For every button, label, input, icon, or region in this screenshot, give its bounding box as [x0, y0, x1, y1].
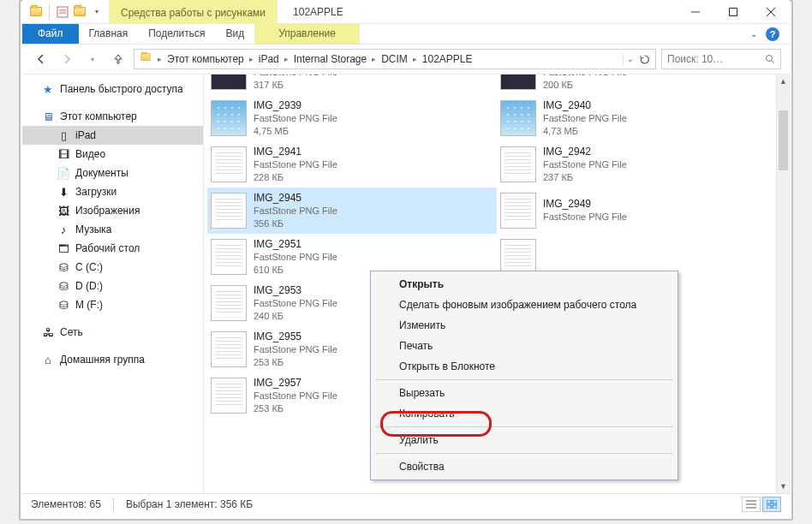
ctx-delete[interactable]: Удалить [373, 430, 675, 450]
svg-point-7 [767, 56, 773, 62]
svg-rect-13 [773, 500, 777, 503]
nav-forward-button[interactable] [57, 49, 77, 69]
nav-back-button[interactable] [31, 49, 51, 69]
qat-dropdown-icon[interactable]: ▾ [90, 5, 104, 19]
file-type: FastStone PNG File [254, 205, 337, 217]
svg-rect-14 [767, 505, 771, 509]
homegroup-icon: ⌂ [41, 353, 55, 366]
scroll-thumb[interactable] [779, 110, 788, 170]
nav-documents[interactable]: 📄Документы [22, 164, 203, 182]
video-icon: 🎞 [57, 147, 70, 161]
file-size: 317 КБ [254, 79, 337, 92]
nav-recent-dropdown[interactable]: ▾ [82, 49, 103, 69]
qat-properties-icon[interactable] [56, 5, 69, 19]
svg-rect-4 [730, 9, 737, 16]
nav-drive-m[interactable]: ⛁M (F:) [22, 295, 203, 314]
file-type: FastStone PNG File [543, 211, 627, 223]
minimize-button[interactable] [677, 0, 714, 24]
qat-new-folder-icon[interactable] [73, 5, 87, 19]
breadcrumb-item[interactable]: Internal Storage [290, 53, 371, 65]
status-bar: Элементов: 65 Выбран 1 элемент: 356 КБ [22, 493, 790, 514]
navigation-pane: ★Панель быстрого доступа 🖥Этот компьютер… [22, 74, 204, 493]
nav-downloads[interactable]: ⬇Загрузки [22, 182, 203, 201]
ctx-open-notepad[interactable]: Открыть в Блокноте [373, 356, 675, 377]
nav-video[interactable]: 🎞Видео [22, 145, 203, 164]
ctx-set-background[interactable]: Сделать фоновым изображением рабочего ст… [373, 295, 675, 315]
context-menu: Открыть Сделать фоновым изображением раб… [370, 271, 678, 480]
file-item[interactable]: IMG_2945 FastStone PNG File 356 КБ [207, 188, 497, 234]
file-item[interactable]: IMG_2941 FastStone PNG File 228 КБ [207, 141, 497, 188]
scroll-down-icon[interactable]: ▼ [777, 479, 790, 493]
svg-rect-0 [57, 7, 68, 17]
ctx-cut[interactable]: Вырезать [373, 383, 675, 403]
close-button[interactable] [752, 0, 790, 24]
tab-file[interactable]: Файл [22, 24, 79, 44]
contextual-tab-header: Средства работы с рисунками [109, 0, 278, 23]
maximize-button[interactable] [714, 0, 752, 24]
file-item[interactable]: IMG_2942 FastStone PNG File 237 КБ [497, 141, 786, 188]
nav-ipad[interactable]: ▯iPad [22, 126, 203, 145]
nav-music[interactable]: ♪Музыка [22, 220, 203, 239]
view-details-button[interactable] [742, 497, 761, 512]
tab-share[interactable]: Поделиться [138, 24, 215, 44]
nav-drive-c[interactable]: ⛁C (C:) [22, 258, 203, 277]
file-type: FastStone PNG File [254, 158, 337, 171]
drive-icon: ⛁ [57, 260, 70, 274]
ctx-properties[interactable]: Свойства [373, 456, 675, 477]
file-size: 240 КБ [254, 310, 337, 323]
breadcrumb-item[interactable]: iPad [254, 53, 284, 65]
breadcrumb-item[interactable]: 102APPLE [418, 53, 477, 65]
pc-icon: 🖥 [41, 110, 55, 123]
file-name: IMG_2957 [254, 377, 337, 390]
location-folder-icon [140, 52, 153, 66]
view-thumbnails-button[interactable] [762, 497, 781, 512]
search-input[interactable]: Поиск: 10… [661, 49, 781, 69]
star-icon: ★ [41, 82, 55, 96]
file-item[interactable]: IMG_2940 FastStone PNG File 4,73 МБ [497, 95, 786, 141]
address-dropdown-icon[interactable]: ⌄ [627, 55, 634, 63]
vertical-scrollbar[interactable]: ▲ ▼ [776, 74, 790, 493]
breadcrumb-item[interactable]: DCIM [377, 53, 412, 65]
nav-this-pc[interactable]: 🖥Этот компьютер [22, 107, 203, 126]
tab-view[interactable]: Вид [215, 24, 254, 44]
file-name: IMG_2942 [543, 146, 627, 158]
nav-pictures[interactable]: 🖼Изображения [22, 201, 203, 220]
ctx-edit[interactable]: Изменить [373, 315, 675, 336]
file-thumbnail [211, 378, 247, 414]
breadcrumb-item[interactable]: Этот компьютер [163, 53, 248, 65]
file-thumbnail [500, 146, 536, 182]
file-name: IMG_2941 [254, 146, 337, 158]
refresh-icon[interactable] [639, 54, 650, 65]
scroll-up-icon[interactable]: ▲ [777, 74, 790, 88]
ctx-copy[interactable]: Копировать [373, 403, 675, 424]
help-icon[interactable]: ? [766, 27, 779, 41]
file-item[interactable]: IMG_2937 FastStone PNG File 317 КБ [207, 74, 497, 95]
nav-network[interactable]: 🖧Сеть [22, 323, 203, 342]
address-bar[interactable]: ▸ Этот компьютер▸ iPad▸ Internal Storage… [134, 49, 656, 69]
file-thumbnail [211, 193, 247, 229]
nav-desktop[interactable]: 🗔Рабочий стол [22, 239, 203, 258]
nav-quick-access[interactable]: ★Панель быстрого доступа [22, 80, 203, 98]
svg-rect-15 [773, 505, 777, 509]
nav-drive-d[interactable]: ⛁D (D:) [22, 277, 203, 295]
tab-manage[interactable]: Управление [254, 24, 360, 44]
music-icon: ♪ [57, 223, 70, 236]
file-item[interactable]: IMG_2938 FastStone PNG File 200 КБ [497, 74, 786, 95]
network-icon: 🖧 [41, 325, 55, 339]
downloads-icon: ⬇ [57, 185, 70, 199]
tab-home[interactable]: Главная [79, 24, 139, 44]
ctx-open[interactable]: Открыть [373, 274, 675, 295]
nav-up-button[interactable] [108, 49, 128, 69]
file-type: FastStone PNG File [254, 112, 337, 125]
file-type: FastStone PNG File [254, 251, 337, 264]
file-type: FastStone PNG File [254, 297, 337, 310]
nav-homegroup[interactable]: ⌂Домашняя группа [22, 350, 203, 369]
file-size: 253 КБ [254, 356, 337, 369]
ctx-print[interactable]: Печать [373, 336, 675, 356]
file-type: FastStone PNG File [543, 158, 627, 171]
file-type: FastStone PNG File [543, 112, 627, 125]
file-item[interactable]: IMG_2949 FastStone PNG File [497, 188, 786, 234]
explorer-window: ▾ Средства работы с рисунками 102APPLE Ф… [22, 0, 790, 514]
ribbon-expand-icon[interactable]: ⌄ [750, 29, 757, 39]
file-item[interactable]: IMG_2939 FastStone PNG File 4,75 МБ [207, 95, 497, 141]
